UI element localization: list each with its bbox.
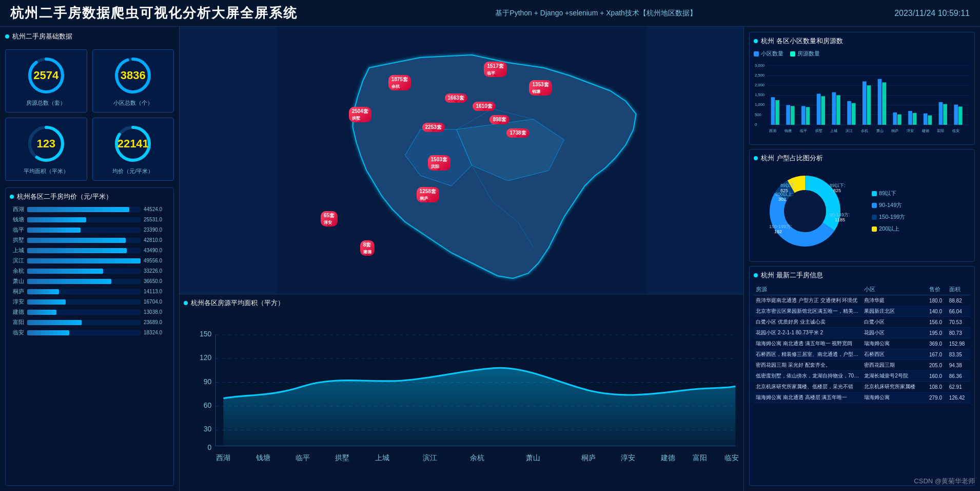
bar-value: 14113.0 [144,289,169,294]
stat-ring-area: 123 [26,123,67,164]
marker-xihu[interactable]: 2253套 [422,123,445,132]
svg-text:临平: 临平 [296,454,310,462]
bar-row: 淳安 16704.0 [10,298,169,306]
area-chart-svg: 0 30 60 90 120 150 西湖 钱塘 临平 拱墅 上城 滨江 [184,312,739,485]
svg-text:西湖: 西湖 [769,128,776,133]
bar-fill [27,289,59,294]
table-row: 北京机床研究所家属楼、低楼层，采光不错 北京机床研究所家属楼 108.0 62.… [754,382,970,392]
bar-value: 49556.0 [144,258,169,263]
cell-community: 石桥西区 [862,349,927,360]
pie-legend: 89以下 90-149方 150-199方 200以上 [872,190,910,233]
svg-rect-74 [958,106,963,124]
cell-area: 94.38 [947,360,970,371]
stat-card-area: 123 平均面积（平米） [5,118,87,181]
svg-text:2,000: 2,000 [755,83,765,87]
marker-yuhang2[interactable]: 1663套 [445,93,467,103]
svg-text:桐庐: 桐庐 [581,454,596,462]
marker-shangcheng[interactable]: 1610套 [473,102,495,111]
bar-fill [27,310,56,315]
marker-tonglu[interactable]: 1258套桐庐 [417,187,439,202]
bar-row: 富阳 23689.0 [10,318,169,326]
cell-price: 195.0 [927,328,947,338]
main-layout: 杭州二手房基础数据 2574 房源总数（套） [0,27,980,491]
svg-rect-73 [954,104,958,124]
bar-value: 13038.0 [144,309,169,315]
marker-yuhang[interactable]: 1875套余杭 [388,75,411,90]
svg-rect-62 [867,85,871,125]
bar-fill [27,269,103,274]
marker-binjiang[interactable]: 1503套滨阳 [428,155,450,171]
marker-xiaoshan[interactable]: 1738套 [506,128,529,138]
svg-text:滨江: 滨江 [846,128,853,133]
cell-area: 86.36 [947,371,970,382]
bar-value: 23390.0 [144,227,169,233]
svg-text:上城: 上城 [375,454,389,462]
col-area: 面积 [947,284,970,295]
svg-text:3,000: 3,000 [755,63,765,67]
bar-value: 18324.0 [144,330,169,335]
table-title: 杭州 最新二手房信息 [754,271,970,280]
legend-community: 小区数量 [754,50,783,58]
svg-text:302: 302 [778,197,786,202]
svg-text:192: 192 [774,229,782,234]
cell-desc: 密西花园三期 采光好 配套齐全。 [754,360,862,371]
table-row: 石桥西区，精装修三居室、南北通透，户型方正。 石桥西区 167.0 83.35 [754,349,970,360]
svg-rect-66 [897,114,901,124]
svg-rect-71 [939,102,943,124]
stat-label-communities: 小区总数（个） [113,99,153,107]
bar-value: 16704.0 [144,299,169,305]
cell-desc: 花园小区 2-2-1-1 80.73平米 2 [754,328,862,338]
stat-label-houses: 房源总数（套） [26,99,66,107]
svg-text:临安: 临安 [724,454,739,462]
bar-chart-title: 杭州各区二手房均价（元/平米） [10,192,169,201]
marker-qiantang[interactable]: 1353套钱塘 [529,80,552,96]
bar-value: 33226.0 [144,268,169,274]
cell-community: 瑞海姆公寓 [862,338,927,349]
svg-text:1,000: 1,000 [755,102,765,107]
bar-track [27,217,141,222]
header: 杭州二手房数据爬虫可视化分析大屏全屏系统 基于Python + Django +… [0,0,980,27]
cell-community: 密西花园三期 [862,360,927,371]
cell-community: 北京机床研究所家属楼 [862,382,927,392]
marker-chunan[interactable]: 65套淳安 [321,211,338,226]
pie-svg: 89以下: 825 89以下: 825 90-149方: 1185 150-19… [754,167,867,255]
svg-text:0: 0 [207,443,211,451]
svg-rect-60 [852,103,856,124]
bar-fill [27,207,129,212]
pie-legend-150-label: 150-199方 [879,213,905,221]
marker-jiande[interactable]: 8套建德 [360,240,375,256]
svg-rect-50 [775,100,779,124]
marker-linping[interactable]: 1517套临平 [484,62,506,77]
pie-content: 89以下: 825 89以下: 825 90-149方: 1185 150-19… [754,167,970,255]
svg-text:90: 90 [204,377,212,386]
cell-price: 140.0 [927,306,947,317]
marker-gongshu[interactable]: 2504套拱墅 [349,107,371,122]
col-community: 小区 [862,284,927,295]
header-subtitle: 基于Python + Django +selenium + Xpath技术【杭州… [495,9,697,18]
svg-rect-49 [771,97,775,125]
svg-rect-53 [801,106,806,124]
right-panel: 杭州 各区小区数量和房源数 小区数量 房源数量 3,000 2,500 2,00… [744,27,980,491]
cell-area: 83.35 [947,349,970,360]
stat-value-area: 123 [36,137,55,150]
cell-desc: 燕沛华庭南北通透 户型方正 交通便利 环境优 [754,295,862,306]
pie-legend-150-dot [872,215,877,220]
pie-legend-89-label: 89以下 [879,190,896,197]
bar-label: 富阳 [10,318,24,326]
cell-desc: 北京市密云区果园新馆北区满五唯一，精美装修。 [754,306,862,317]
svg-text:滨江: 滨江 [423,454,437,462]
bar-track [27,330,141,335]
bar-value: 44524.0 [144,206,169,212]
legend-community-dot [754,51,759,56]
center-panel: 1875套余杭 1517套临平 1663套 1610套 1353套钱塘 2504… [180,27,744,491]
svg-text:0: 0 [755,122,757,126]
pie-legend-200: 200以上 [872,225,905,233]
bar-label: 萧山 [10,277,24,285]
listings-table: 房源 小区 售价 面积 燕沛华庭南北通透 户型方正 交通便利 环境优 燕沛华庭 … [754,284,970,403]
cell-desc: 瑞海姆公寓 南北通透 满五年唯一 视野宽阔 [754,338,862,349]
marker-shangcheng2[interactable]: 898套 [489,115,509,124]
basic-data-title: 杭州二手房基础数据 [5,32,174,41]
stat-value-communities: 3836 [121,69,146,82]
svg-text:余杭: 余杭 [861,128,868,133]
svg-rect-54 [806,107,810,125]
